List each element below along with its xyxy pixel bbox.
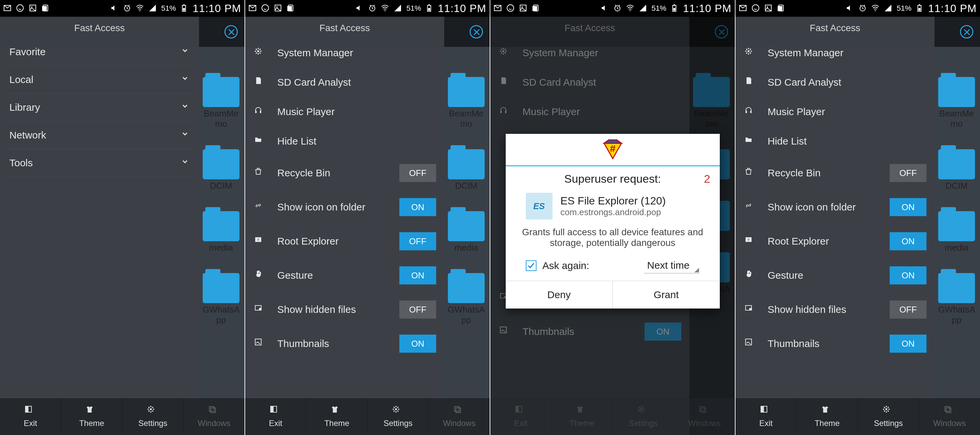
nav-settings[interactable]: Settings xyxy=(858,398,919,435)
wifi-icon xyxy=(626,4,635,13)
nav-theme[interactable]: Theme xyxy=(61,398,123,435)
nav-exit[interactable]: Exit xyxy=(245,398,306,435)
tool-show-hidden[interactable]: Show hidden filesOFF xyxy=(245,292,444,327)
nav-settings[interactable]: Settings xyxy=(368,398,429,435)
menu-favorite[interactable]: Favorite xyxy=(0,38,199,65)
ask-again-spinner[interactable]: Next time xyxy=(644,258,700,273)
menu-local[interactable]: Local xyxy=(0,66,199,93)
folder-media[interactable]: media xyxy=(937,211,977,253)
deny-button[interactable]: Deny xyxy=(506,281,613,309)
folder-gwhatsapp[interactable]: GWhatsApp xyxy=(446,273,486,325)
folder-gwhatsapp[interactable]: GWhatsApp xyxy=(201,273,241,325)
screen-2: 51% 11:10 PM BeamMemo DCIM media GWhatsA… xyxy=(245,0,490,435)
folder-beammemo[interactable]: BeamMemo xyxy=(201,77,241,129)
menu-label: Local xyxy=(10,74,33,85)
folder-gwhatsapp[interactable]: GWhatsApp xyxy=(937,273,977,325)
tool-gesture[interactable]: GestureON xyxy=(245,258,444,292)
tool-show-icon-folder[interactable]: Show icon on folderON xyxy=(245,190,444,224)
bottom-nav: Exit Theme Settings Windows xyxy=(0,398,245,435)
folder-icon xyxy=(743,134,757,148)
nav-windows: Windows xyxy=(674,398,735,435)
tool-hide-list[interactable]: Hide List xyxy=(245,126,444,156)
drawer-title: Fast Access xyxy=(0,17,199,38)
es-file-explorer-icon: ES xyxy=(526,193,552,220)
thumbnail-icon xyxy=(743,337,757,351)
image-icon xyxy=(519,4,528,13)
svg-text:#: # xyxy=(610,143,616,154)
folder-media[interactable]: media xyxy=(446,211,486,253)
dialog-app-name: ES File Explorer (120) xyxy=(561,195,666,207)
tool-thumbnails[interactable]: ThumbnailsON xyxy=(245,327,444,361)
tool-sd-analyst[interactable]: SD Card Analyst xyxy=(245,68,444,97)
toggle-show-icon-folder[interactable]: ON xyxy=(399,198,436,216)
screen-4: 51% 11:10 PM BeamMemo DCIM media GWhatsA… xyxy=(735,0,980,435)
folder-beammemo[interactable]: BeamMemo xyxy=(446,77,486,129)
trash-icon xyxy=(743,166,757,180)
mute-icon xyxy=(356,4,364,13)
tool-show-hidden[interactable]: Show hidden filesOFF xyxy=(735,292,934,327)
root-icon xyxy=(253,234,267,248)
tool-music-player: Music Player xyxy=(490,97,689,126)
tool-root-explorer[interactable]: Root ExplorerOFF xyxy=(245,224,444,258)
nav-exit[interactable]: Exit xyxy=(735,398,797,435)
nav-theme[interactable]: Theme xyxy=(306,398,368,435)
tool-hide-list[interactable]: Hide List xyxy=(735,126,934,156)
tool-music-player[interactable]: Music Player xyxy=(735,97,934,126)
tool-root-explorer[interactable]: Root ExplorerON xyxy=(735,224,934,258)
toggle-gesture[interactable]: ON xyxy=(399,266,436,284)
mail-icon xyxy=(3,4,12,13)
nav-settings[interactable]: Settings xyxy=(123,398,184,435)
toggle-root-explorer[interactable]: OFF xyxy=(399,232,436,250)
toggle-recycle-bin[interactable]: OFF xyxy=(890,164,926,182)
tool-gesture[interactable]: GestureON xyxy=(735,258,934,292)
clock: 11:10 PM xyxy=(928,2,977,15)
nav-windows[interactable]: Windows xyxy=(429,398,490,435)
image-icon xyxy=(29,4,37,13)
close-icon[interactable] xyxy=(224,25,238,38)
menu-network[interactable]: Network xyxy=(0,121,199,149)
tool-system-manager[interactable]: System Manager xyxy=(735,38,934,68)
screen-3: 51% 11:10 PM BeamMemo GWhatsApp Fast Acc… xyxy=(490,0,735,435)
nav-windows[interactable]: Windows xyxy=(919,398,980,435)
hand-icon xyxy=(253,269,267,282)
folder-dcim[interactable]: DCIM xyxy=(446,149,486,191)
toggle-show-icon-folder[interactable]: ON xyxy=(890,198,926,216)
menu-label: Favorite xyxy=(10,46,46,57)
link-icon xyxy=(253,201,267,214)
tool-thumbnails[interactable]: ThumbnailsON xyxy=(735,327,934,361)
tool-sd-analyst[interactable]: SD Card Analyst xyxy=(735,68,934,97)
toggle-show-hidden[interactable]: OFF xyxy=(890,301,926,319)
toggle-thumbnails[interactable]: ON xyxy=(399,335,436,353)
folder-dcim[interactable]: DCIM xyxy=(937,149,977,191)
folder-media[interactable]: media xyxy=(201,211,241,253)
toggle-recycle-bin[interactable]: OFF xyxy=(399,164,436,182)
folder-beammemo[interactable]: BeamMemo xyxy=(937,77,977,129)
bottom-nav: Exit Theme Settings Windows xyxy=(490,398,735,435)
tool-sd-analyst: SD Card Analyst xyxy=(490,68,689,97)
close-icon[interactable] xyxy=(960,25,973,38)
nav-exit[interactable]: Exit xyxy=(0,398,61,435)
whatsapp-icon xyxy=(261,4,270,13)
tool-recycle-bin[interactable]: Recycle BinOFF xyxy=(735,156,934,190)
tool-recycle-bin[interactable]: Recycle BinOFF xyxy=(245,156,444,190)
hand-icon xyxy=(743,269,757,282)
tool-system-manager[interactable]: System Manager xyxy=(245,38,444,68)
nav-windows[interactable]: Windows xyxy=(184,398,245,435)
nav-theme[interactable]: Theme xyxy=(797,398,858,435)
toggle-thumbnails[interactable]: ON xyxy=(890,335,926,353)
status-bar: 51% 11:10 PM xyxy=(735,0,980,17)
menu-tools[interactable]: Tools xyxy=(0,149,199,177)
toggle-gesture[interactable]: ON xyxy=(890,266,926,284)
dialog-countdown: 2 xyxy=(704,172,710,185)
menu-library[interactable]: Library xyxy=(0,94,199,121)
close-icon[interactable] xyxy=(469,25,483,38)
grant-button[interactable]: Grant xyxy=(613,281,720,309)
tool-show-icon-folder[interactable]: Show icon on folderON xyxy=(735,190,934,224)
ask-again-checkbox[interactable] xyxy=(526,260,536,271)
fast-access-drawer: Fast Access System Manager SD Card Analy… xyxy=(735,17,934,435)
toggle-show-hidden[interactable]: OFF xyxy=(399,301,436,319)
supersu-logo-icon: # xyxy=(602,139,624,160)
tool-music-player[interactable]: Music Player xyxy=(245,97,444,126)
folder-dcim[interactable]: DCIM xyxy=(201,149,241,191)
toggle-root-explorer[interactable]: ON xyxy=(890,232,926,250)
